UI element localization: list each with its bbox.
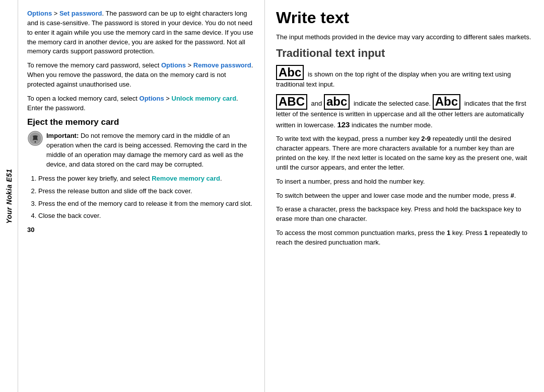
options-link-3[interactable]: Options [140, 95, 164, 102]
remove-password-link[interactable]: Remove password [193, 61, 251, 69]
write-text-heading: Write text [276, 9, 532, 27]
step-2: Press the release button and slide off t… [38, 187, 253, 196]
page-number: 30 [27, 226, 253, 233]
right-p1: To write text with the keypad, press a n… [276, 134, 532, 172]
spine-text: Your Nokia E51 [5, 169, 13, 223]
intro-p3: To open a locked memory card, select Opt… [27, 94, 253, 113]
set-password-link[interactable]: Set password [59, 10, 102, 17]
eject-heading: Eject the memory card [27, 117, 253, 127]
left-column: Options > Set password. The password can… [18, 0, 265, 392]
abc-lower-icon: abc [324, 94, 350, 109]
spine: Your Nokia E51 [0, 0, 18, 392]
unlock-memory-card-link[interactable]: Unlock memory card [172, 95, 237, 102]
abc-mixed-icon: Abc [433, 94, 460, 109]
right-intro: The input methods provided in the device… [276, 33, 532, 42]
important-block: Important: Do not remove the memory card… [27, 131, 253, 169]
important-text: Important: Do not remove the memory card… [46, 131, 253, 169]
options-link-2[interactable]: Options [161, 61, 186, 69]
abc-display-icon: Abc [276, 65, 304, 80]
steps-list: Press the power key briefly, and select … [27, 174, 253, 221]
step-4: Close the back cover. [38, 211, 253, 221]
right-column: Write text The input methods provided in… [265, 0, 544, 392]
trad-p2: ABC and abc indicate the selected case. … [276, 94, 532, 130]
intro-p2: To remove the memory card password, sele… [27, 61, 253, 90]
right-p3: To switch between the upper and lower ca… [276, 191, 532, 201]
important-icon [27, 130, 43, 146]
right-p5: To access the most common punctuation ma… [276, 228, 532, 248]
intro-p1: Options > Set password. The password can… [27, 9, 253, 56]
trad-p1: Abc is shown on the top right of the dis… [276, 65, 532, 90]
remove-memory-card-link[interactable]: Remove memory card [152, 175, 220, 182]
num-123-display: 123 [337, 120, 350, 129]
right-p2: To insert a number, press and hold the n… [276, 177, 532, 187]
right-p4: To erase a character, press the backspac… [276, 205, 532, 224]
step-1: Press the power key briefly, and select … [38, 174, 253, 184]
trad-text-heading: Traditional text input [276, 47, 532, 60]
options-link-1[interactable]: Options [27, 10, 52, 17]
page-wrapper: Your Nokia E51 Options > Set password. T… [0, 0, 544, 392]
step-3: Press the end of the memory card to rele… [38, 199, 253, 209]
svg-point-2 [35, 141, 36, 143]
abc-upper-icon: ABC [276, 94, 307, 109]
